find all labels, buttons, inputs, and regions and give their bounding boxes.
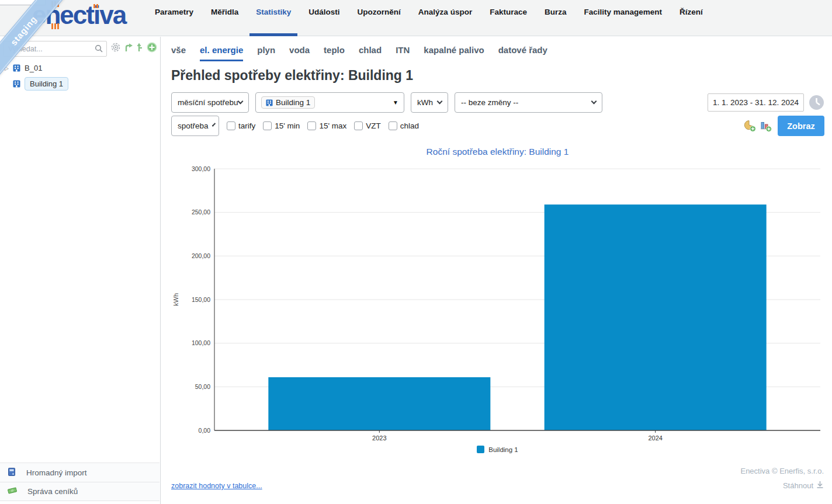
- nav-item-burza[interactable]: Burza: [536, 0, 576, 36]
- add-circle-icon[interactable]: [147, 42, 157, 53]
- svg-text:300,00: 300,00: [192, 165, 210, 172]
- target-icon[interactable]: [110, 42, 121, 53]
- series-select[interactable]: spotřeba: [171, 116, 219, 136]
- branch-arrow-icon[interactable]: [123, 42, 134, 53]
- checkbox-box[interactable]: [389, 121, 397, 130]
- nav-item-facility-management[interactable]: Facility management: [575, 0, 671, 36]
- checkbox-15min[interactable]: 15' min: [263, 121, 300, 130]
- checkbox-box[interactable]: [307, 121, 316, 130]
- main-content: vše el. energie plyn voda teplo chlad IT…: [161, 37, 832, 504]
- checkbox-tarify[interactable]: tarify: [227, 121, 255, 130]
- logo-accent-icon: [51, 23, 59, 29]
- show-values-table-link[interactable]: zobrazit hodnoty v tabulce...: [171, 482, 262, 490]
- tree-item-b01[interactable]: ▷ B_01: [0, 60, 160, 76]
- series-select-value: spotřeba: [178, 121, 209, 130]
- tab-datove-rady[interactable]: datové řady: [498, 45, 547, 61]
- tree-item-label: Building 1: [30, 79, 63, 88]
- checkbox-label: tarify: [238, 121, 255, 130]
- nav-item-meridla[interactable]: Měřidla: [202, 0, 247, 36]
- sidebar-item-sprava-ceniku[interactable]: Správa ceníků: [0, 482, 160, 501]
- sidebar-footer-label: Hromadný import: [26, 468, 87, 477]
- checkbox-label: chlad: [400, 121, 419, 130]
- nav-item-parametry[interactable]: Parametry: [146, 0, 202, 36]
- top-navigation-bar: enectiva Parametry Měřidla Statistiky Ud…: [0, 0, 832, 36]
- checkbox-vzt[interactable]: VZT: [354, 121, 381, 130]
- entity-select[interactable]: Building 1 ▼: [255, 92, 404, 113]
- building-icon: [266, 99, 273, 106]
- nav-item-upozorneni[interactable]: Upozornění: [349, 0, 410, 36]
- change-select-value: -- beze změny --: [461, 98, 518, 107]
- logo-accent-icon: [93, 4, 98, 8]
- series-checkboxes: tarify 15' min 15' max VZT chlad: [227, 121, 427, 130]
- legend-swatch: [477, 446, 484, 453]
- entity-chip: Building 1: [261, 96, 315, 109]
- copyright-text: Enectiva © Enerfis, s.r.o.: [740, 467, 824, 475]
- building-icon: [13, 80, 20, 88]
- search-icon: [95, 44, 103, 55]
- tab-kapalne-palivo[interactable]: kapalné palivo: [424, 45, 484, 61]
- change-select[interactable]: -- beze změny --: [455, 92, 602, 113]
- checkbox-box[interactable]: [354, 121, 363, 130]
- svg-text:0,00: 0,00: [199, 427, 211, 434]
- entity-tree: ▷ B_01 Building 1: [0, 60, 160, 92]
- energy-type-tabs: vše el. energie plyn voda teplo chlad IT…: [171, 45, 561, 61]
- period-select[interactable]: měsíční spotřebu: [171, 92, 249, 113]
- app-window: enectiva Parametry Měřidla Statistiky Ud…: [0, 0, 832, 504]
- tab-el-energie[interactable]: el. energie: [200, 45, 243, 61]
- pricelist-icon: [7, 486, 18, 497]
- tab-teplo[interactable]: teplo: [324, 45, 345, 61]
- nav-item-udalosti[interactable]: Události: [300, 0, 348, 36]
- chevron-down-icon: [238, 99, 244, 105]
- controls-row-1: měsíční spotřebu Building 1 ▼ kWh -- bez…: [171, 92, 824, 113]
- import-icon: [7, 467, 16, 478]
- main-menu: Parametry Měřidla Statistiky Události Up…: [146, 0, 712, 36]
- tab-itn[interactable]: ITN: [396, 45, 410, 61]
- download-link[interactable]: Stáhnout: [783, 481, 824, 491]
- checkbox-15max[interactable]: 15' max: [307, 121, 346, 130]
- chevron-down-icon: [212, 123, 215, 126]
- download-label: Stáhnout: [783, 481, 813, 490]
- page-title: Přehled spotřeby elektřiny: Building 1: [171, 68, 413, 84]
- tab-plyn[interactable]: plyn: [257, 45, 275, 61]
- svg-text:150,00: 150,00: [192, 296, 210, 303]
- sidebar-item-hromadny-import[interactable]: Hromadný import: [0, 463, 160, 482]
- sidebar-footer: Hromadný import Správa ceníků: [0, 463, 160, 501]
- tab-chlad[interactable]: chlad: [359, 45, 382, 61]
- date-range-input[interactable]: [708, 93, 804, 112]
- controls-row-2: spotřeba tarify 15' min 15' max VZT chla…: [171, 116, 824, 136]
- tab-vse[interactable]: vše: [171, 45, 186, 61]
- checkbox-label: 15' min: [275, 121, 300, 130]
- show-button[interactable]: Zobraz: [778, 116, 824, 136]
- unit-select-value: kWh: [417, 98, 433, 107]
- tab-voda[interactable]: voda: [289, 45, 310, 61]
- svg-text:250,00: 250,00: [192, 208, 210, 215]
- sidebar-footer-label: Správa ceníků: [27, 487, 78, 496]
- checkbox-chlad[interactable]: chlad: [389, 121, 419, 130]
- svg-text:100,00: 100,00: [192, 339, 210, 346]
- building-icon: [13, 64, 20, 72]
- svg-text:50,00: 50,00: [195, 383, 210, 390]
- nav-item-analyza-uspor[interactable]: Analýza úspor: [410, 0, 481, 36]
- arrow-up-icon[interactable]: [136, 42, 144, 53]
- clock-icon[interactable]: [809, 95, 824, 110]
- entity-chip-label: Building 1: [276, 98, 310, 107]
- svg-text:2024: 2024: [648, 435, 662, 441]
- checkbox-box[interactable]: [227, 121, 235, 130]
- chart-legend: Building 1: [171, 446, 824, 453]
- chevron-down-icon: [437, 99, 443, 105]
- period-select-value: měsíční spotřebu: [178, 98, 238, 107]
- nav-item-statistiky[interactable]: Statistiky: [247, 0, 300, 36]
- add-pie-chart-icon[interactable]: [744, 120, 756, 132]
- bar-chart[interactable]: 0,0050,00100,00150,00200,00250,00300,00k…: [171, 161, 824, 441]
- nav-item-rizeni[interactable]: Řízení: [671, 0, 712, 36]
- tree-item-building1[interactable]: Building 1: [0, 76, 160, 92]
- nav-item-fakturace[interactable]: Fakturace: [481, 0, 536, 36]
- sidebar-toolbar: [110, 42, 157, 53]
- checkbox-box[interactable]: [263, 121, 272, 130]
- add-bar-chart-icon[interactable]: [760, 120, 772, 132]
- sidebar: ▷ B_01 Building 1 Hro: [0, 37, 161, 504]
- unit-select[interactable]: kWh: [411, 92, 448, 113]
- svg-text:200,00: 200,00: [192, 252, 210, 259]
- svg-text:2023: 2023: [372, 435, 386, 441]
- legend-label: Building 1: [488, 446, 518, 453]
